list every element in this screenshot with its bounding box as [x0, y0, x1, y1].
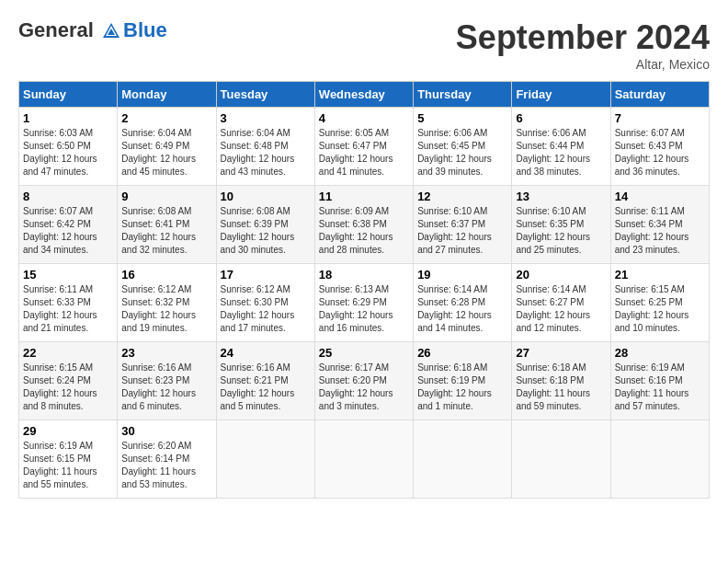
day-number: 20	[516, 268, 606, 282]
calendar-cell	[512, 420, 610, 499]
day-number: 6	[516, 111, 606, 125]
calendar-week-row: 29 Sunrise: 6:19 AM Sunset: 6:15 PM Dayl…	[19, 420, 710, 499]
day-info: Sunrise: 6:06 AM Sunset: 6:45 PM Dayligh…	[417, 127, 507, 178]
day-number: 1	[23, 111, 113, 125]
day-number: 22	[23, 346, 113, 360]
calendar-cell	[414, 420, 512, 499]
day-info: Sunrise: 6:12 AM Sunset: 6:32 PM Dayligh…	[121, 283, 211, 335]
day-info: Sunrise: 6:20 AM Sunset: 6:14 PM Dayligh…	[121, 440, 211, 491]
day-number: 21	[615, 268, 705, 282]
page-header: General Blue September 2024 Altar, Mexic…	[18, 18, 710, 72]
calendar-cell: 3 Sunrise: 6:04 AM Sunset: 6:48 PM Dayli…	[216, 108, 314, 186]
calendar-cell: 20 Sunrise: 6:14 AM Sunset: 6:27 PM Dayl…	[512, 264, 610, 342]
day-info: Sunrise: 6:18 AM Sunset: 6:19 PM Dayligh…	[417, 362, 507, 413]
calendar-cell: 2 Sunrise: 6:04 AM Sunset: 6:49 PM Dayli…	[118, 108, 216, 186]
subtitle: Altar, Mexico	[456, 57, 710, 72]
calendar-cell: 10 Sunrise: 6:08 AM Sunset: 6:39 PM Dayl…	[216, 186, 314, 264]
day-info: Sunrise: 6:09 AM Sunset: 6:38 PM Dayligh…	[319, 205, 409, 257]
col-sunday: Sunday	[19, 82, 118, 108]
calendar-cell: 19 Sunrise: 6:14 AM Sunset: 6:28 PM Dayl…	[414, 264, 512, 342]
day-number: 11	[319, 190, 409, 203]
day-info: Sunrise: 6:03 AM Sunset: 6:50 PM Dayligh…	[23, 127, 113, 178]
calendar-cell: 26 Sunrise: 6:18 AM Sunset: 6:19 PM Dayl…	[414, 342, 512, 420]
day-number: 12	[417, 190, 507, 203]
calendar-cell: 24 Sunrise: 6:16 AM Sunset: 6:21 PM Dayl…	[216, 342, 314, 420]
calendar-cell: 9 Sunrise: 6:08 AM Sunset: 6:41 PM Dayli…	[118, 186, 216, 264]
calendar-cell: 25 Sunrise: 6:17 AM Sunset: 6:20 PM Dayl…	[314, 342, 413, 420]
day-info: Sunrise: 6:16 AM Sunset: 6:21 PM Dayligh…	[221, 362, 311, 413]
logo: General Blue	[18, 18, 167, 42]
calendar-cell: 27 Sunrise: 6:18 AM Sunset: 6:18 PM Dayl…	[512, 342, 610, 420]
calendar-cell	[314, 420, 413, 499]
calendar-header-row: Sunday Monday Tuesday Wednesday Thursday…	[19, 82, 710, 108]
day-info: Sunrise: 6:10 AM Sunset: 6:37 PM Dayligh…	[417, 205, 507, 257]
day-info: Sunrise: 6:18 AM Sunset: 6:18 PM Dayligh…	[516, 362, 606, 413]
month-title: September 2024	[456, 18, 710, 57]
calendar-body: 1 Sunrise: 6:03 AM Sunset: 6:50 PM Dayli…	[19, 108, 710, 499]
day-info: Sunrise: 6:11 AM Sunset: 6:34 PM Dayligh…	[615, 205, 705, 257]
day-info: Sunrise: 6:19 AM Sunset: 6:15 PM Dayligh…	[23, 440, 113, 491]
col-thursday: Thursday	[414, 82, 512, 108]
calendar-cell: 21 Sunrise: 6:15 AM Sunset: 6:25 PM Dayl…	[610, 264, 709, 342]
calendar-cell: 5 Sunrise: 6:06 AM Sunset: 6:45 PM Dayli…	[414, 108, 512, 186]
calendar-cell: 8 Sunrise: 6:07 AM Sunset: 6:42 PM Dayli…	[19, 186, 118, 264]
calendar-cell: 7 Sunrise: 6:07 AM Sunset: 6:43 PM Dayli…	[610, 108, 709, 186]
calendar-cell: 28 Sunrise: 6:19 AM Sunset: 6:16 PM Dayl…	[610, 342, 709, 420]
calendar-cell: 30 Sunrise: 6:20 AM Sunset: 6:14 PM Dayl…	[118, 420, 216, 499]
calendar-cell: 15 Sunrise: 6:11 AM Sunset: 6:33 PM Dayl…	[19, 264, 118, 342]
calendar-table: Sunday Monday Tuesday Wednesday Thursday…	[18, 81, 710, 499]
calendar-cell: 17 Sunrise: 6:12 AM Sunset: 6:30 PM Dayl…	[216, 264, 314, 342]
day-number: 7	[615, 111, 705, 125]
day-number: 28	[615, 346, 705, 360]
day-number: 5	[417, 111, 507, 125]
day-info: Sunrise: 6:14 AM Sunset: 6:28 PM Dayligh…	[417, 283, 507, 335]
day-info: Sunrise: 6:15 AM Sunset: 6:25 PM Dayligh…	[615, 283, 705, 335]
day-info: Sunrise: 6:16 AM Sunset: 6:23 PM Dayligh…	[121, 362, 211, 413]
calendar-cell: 11 Sunrise: 6:09 AM Sunset: 6:38 PM Dayl…	[314, 186, 413, 264]
day-number: 27	[516, 346, 606, 360]
day-info: Sunrise: 6:05 AM Sunset: 6:47 PM Dayligh…	[319, 127, 409, 178]
day-info: Sunrise: 6:08 AM Sunset: 6:41 PM Dayligh…	[121, 205, 211, 257]
day-number: 29	[23, 424, 113, 438]
calendar-cell	[216, 420, 314, 499]
col-wednesday: Wednesday	[314, 82, 413, 108]
day-number: 8	[23, 190, 113, 203]
day-number: 19	[417, 268, 507, 282]
day-info: Sunrise: 6:08 AM Sunset: 6:39 PM Dayligh…	[221, 205, 311, 257]
title-block: September 2024 Altar, Mexico	[456, 18, 710, 72]
day-number: 2	[121, 111, 211, 125]
calendar-cell: 12 Sunrise: 6:10 AM Sunset: 6:37 PM Dayl…	[414, 186, 512, 264]
day-info: Sunrise: 6:07 AM Sunset: 6:43 PM Dayligh…	[615, 127, 705, 178]
calendar-cell: 13 Sunrise: 6:10 AM Sunset: 6:35 PM Dayl…	[512, 186, 610, 264]
day-info: Sunrise: 6:17 AM Sunset: 6:20 PM Dayligh…	[319, 362, 409, 413]
day-number: 18	[319, 268, 409, 282]
calendar-cell: 14 Sunrise: 6:11 AM Sunset: 6:34 PM Dayl…	[610, 186, 709, 264]
day-info: Sunrise: 6:10 AM Sunset: 6:35 PM Dayligh…	[516, 205, 606, 257]
day-number: 4	[319, 111, 409, 125]
calendar-cell: 29 Sunrise: 6:19 AM Sunset: 6:15 PM Dayl…	[19, 420, 118, 499]
day-number: 26	[417, 346, 507, 360]
calendar-cell: 22 Sunrise: 6:15 AM Sunset: 6:24 PM Dayl…	[19, 342, 118, 420]
calendar-week-row: 1 Sunrise: 6:03 AM Sunset: 6:50 PM Dayli…	[19, 108, 710, 186]
logo-blue: Blue	[123, 18, 167, 42]
calendar-cell: 1 Sunrise: 6:03 AM Sunset: 6:50 PM Dayli…	[19, 108, 118, 186]
day-info: Sunrise: 6:11 AM Sunset: 6:33 PM Dayligh…	[23, 283, 113, 335]
day-number: 30	[121, 424, 211, 438]
calendar-cell: 23 Sunrise: 6:16 AM Sunset: 6:23 PM Dayl…	[118, 342, 216, 420]
calendar-cell	[610, 420, 709, 499]
day-info: Sunrise: 6:14 AM Sunset: 6:27 PM Dayligh…	[516, 283, 606, 335]
calendar-cell: 16 Sunrise: 6:12 AM Sunset: 6:32 PM Dayl…	[118, 264, 216, 342]
logo-general: General	[18, 18, 94, 41]
calendar-week-row: 15 Sunrise: 6:11 AM Sunset: 6:33 PM Dayl…	[19, 264, 710, 342]
day-info: Sunrise: 6:06 AM Sunset: 6:44 PM Dayligh…	[516, 127, 606, 178]
col-monday: Monday	[118, 82, 216, 108]
calendar-week-row: 8 Sunrise: 6:07 AM Sunset: 6:42 PM Dayli…	[19, 186, 710, 264]
day-number: 16	[121, 268, 211, 282]
day-number: 13	[516, 190, 606, 203]
col-tuesday: Tuesday	[216, 82, 314, 108]
calendar-cell: 18 Sunrise: 6:13 AM Sunset: 6:29 PM Dayl…	[314, 264, 413, 342]
day-number: 17	[221, 268, 311, 282]
day-number: 9	[121, 190, 211, 203]
day-number: 3	[221, 111, 311, 125]
calendar-cell: 4 Sunrise: 6:05 AM Sunset: 6:47 PM Dayli…	[314, 108, 413, 186]
